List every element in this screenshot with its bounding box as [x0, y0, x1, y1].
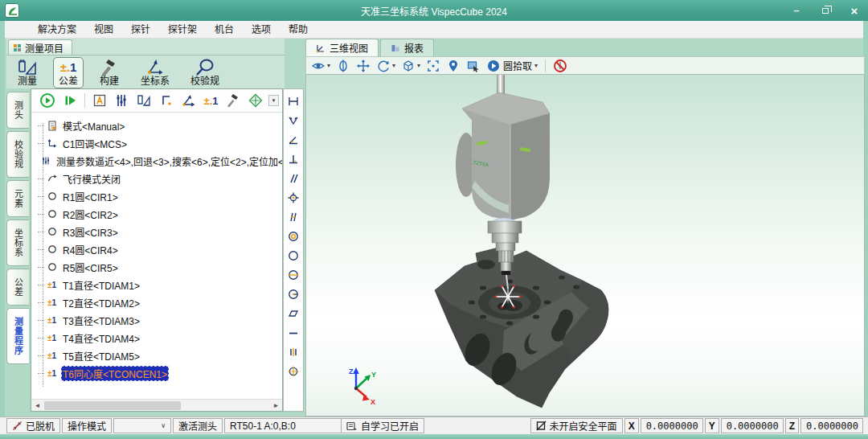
measure-project-label: 测量项目	[25, 41, 63, 55]
perpendicularity-icon[interactable]	[287, 152, 301, 166]
visibility-button[interactable]	[311, 59, 330, 73]
tree-item-measure-params[interactable]: 测量参数逼近<4>,回退<3>,搜索<6>,定位<2>,定位加<2>,测	[31, 152, 282, 170]
step-run-button[interactable]	[60, 91, 80, 110]
tab-probe[interactable]: 测头	[6, 92, 29, 129]
active-probe-select[interactable]: RT50-1 A:0,B:0	[224, 418, 351, 433]
diameter-icon[interactable]	[287, 268, 301, 281]
menu-options[interactable]: 选项	[243, 21, 280, 39]
coordinate-button[interactable]	[179, 91, 199, 110]
tolerance-tool-button[interactable]: 公差	[53, 57, 84, 88]
z-coordinate-value: 0.0000000	[800, 418, 863, 433]
tree-item-tdiam2[interactable]: T2直径<TDIAM2>	[31, 293, 282, 311]
scroll-right-arrow[interactable]: ►	[270, 400, 282, 411]
scroll-left-arrow[interactable]: ◄	[31, 400, 43, 411]
run-button[interactable]	[38, 91, 57, 110]
measure-program-panel: 模式<Manual> C1回调<MCS> 测量参数逼近<4>,回退<3>,搜索<…	[31, 88, 283, 412]
tolerance-icon-strip	[283, 88, 304, 412]
coordinate-tool-button[interactable]: 坐标系	[135, 57, 175, 88]
corner-button[interactable]	[157, 91, 176, 110]
angle-icon[interactable]	[287, 133, 301, 146]
parallelism-icon[interactable]	[287, 171, 301, 185]
angularity-icon[interactable]	[287, 113, 301, 127]
tab-3d-view[interactable]: 三维视图	[305, 39, 379, 56]
construct-tool-button[interactable]: 构建	[93, 57, 125, 88]
tree-item-tdiam5[interactable]: T5直径<TDIAM5>	[31, 347, 282, 364]
safety-plane-label: 未开启安全平面	[550, 419, 617, 433]
main-toolbar: 测量 公差 构建 坐标系 校验规	[11, 57, 225, 88]
menu-help[interactable]: 帮助	[280, 21, 317, 39]
symmetry-slant-icon[interactable]	[287, 210, 301, 224]
menu-solution[interactable]: 解决方案	[29, 21, 85, 39]
tree-item-tdiam3[interactable]: T3直径<TDIAM3>	[31, 311, 282, 329]
measure-project-panel-header: 测量项目 测量 公差 构建	[6, 39, 285, 88]
circle-icon	[46, 244, 58, 255]
tolerance-icon	[46, 279, 58, 290]
hammer-icon	[99, 59, 120, 76]
distance-icon[interactable]	[287, 94, 301, 108]
tab-measure-project[interactable]: 测量项目	[8, 39, 72, 55]
menu-machine[interactable]: 机台	[206, 21, 243, 39]
tab-tolerance[interactable]: 公差	[6, 269, 29, 306]
tree-item-circle-r5[interactable]: R5圆<CIR5>	[31, 258, 282, 276]
menu-view[interactable]: 视图	[85, 21, 122, 39]
rotate-view-button[interactable]	[376, 59, 395, 73]
recall-axes-icon	[46, 137, 58, 149]
tab-report[interactable]: 报表	[380, 39, 434, 56]
tab-gauge[interactable]: 校验规	[6, 131, 29, 178]
menu-probe-rack[interactable]: 探针架	[159, 21, 206, 39]
3d-scene[interactable]: TZTEK	[306, 75, 864, 415]
window-select-button[interactable]	[466, 59, 481, 73]
gauge-tool-label: 校验规	[190, 76, 219, 87]
pan-button[interactable]	[356, 59, 371, 73]
tolerance-button[interactable]	[202, 91, 221, 110]
concentricity-icon[interactable]	[287, 229, 301, 243]
tree-item-tconcen1-selected[interactable]: T6同心度<TCONCEN1>	[31, 364, 282, 382]
scrollbar-thumb[interactable]	[44, 401, 181, 410]
horizontal-scrollbar[interactable]: ◄ ►	[31, 399, 282, 411]
viewport-3d[interactable]: TZTEK	[305, 75, 865, 416]
auto-label-button[interactable]	[90, 91, 109, 110]
self-learn-status[interactable]: 自学习已开启	[341, 418, 424, 433]
plane-button[interactable]	[246, 91, 265, 110]
tree-item-recall[interactable]: C1回调<MCS>	[31, 134, 282, 152]
app-logo-icon	[5, 3, 19, 18]
tree-item-fly-mode[interactable]: 飞行模式关闭	[31, 170, 282, 187]
tree-item-tdiam4[interactable]: T4直径<TDIAM4>	[31, 329, 282, 347]
radius-icon[interactable]	[287, 287, 301, 301]
probe-stop-button[interactable]	[553, 59, 567, 73]
measure-button[interactable]	[134, 91, 154, 110]
tree-item-circle-r3[interactable]: R3圆<CIR3>	[31, 223, 282, 240]
measure-tool-button[interactable]: 测量	[11, 57, 43, 88]
zoom-fit-button[interactable]	[426, 59, 440, 73]
tree-item-circle-r2[interactable]: R2圆<CIR2>	[31, 205, 282, 223]
tab-measure-program[interactable]: 测量程序	[6, 308, 29, 364]
tree-item-tdiam1[interactable]: T1直径<TDIAM1>	[31, 276, 282, 293]
tree-item-circle-r1[interactable]: R1圆<CIR1>	[31, 187, 282, 205]
minimize-button[interactable]	[791, 5, 802, 16]
workpiece[interactable]	[435, 248, 608, 408]
tab-elements[interactable]: 元素	[6, 180, 29, 217]
toolbar-overflow-button[interactable]	[268, 95, 279, 106]
tab-coordinate-system[interactable]: 坐标系	[6, 220, 29, 266]
gauge-tool-button[interactable]: 校验规	[185, 57, 225, 88]
straightness-icon[interactable]	[287, 326, 301, 339]
flatness-icon[interactable]	[287, 306, 301, 320]
measure-params-button[interactable]	[112, 91, 131, 110]
orbit-button[interactable]	[336, 59, 350, 73]
symmetry-icon[interactable]	[287, 345, 301, 359]
circle-pick-button[interactable]: 圆拾取	[486, 59, 538, 73]
safety-plane-status[interactable]: 未开启安全平面	[530, 418, 623, 433]
roundness-icon[interactable]	[287, 248, 301, 262]
locate-button[interactable]	[446, 59, 461, 73]
view-cube-button[interactable]	[401, 59, 420, 73]
close-button[interactable]	[849, 5, 860, 16]
menu-probe[interactable]: 探针	[122, 21, 159, 39]
tree-item-mode[interactable]: 模式<Manual>	[31, 117, 282, 134]
position-point-icon[interactable]	[287, 191, 301, 204]
op-mode-select[interactable]	[113, 418, 171, 433]
cube-icon	[401, 59, 416, 73]
construct-button[interactable]	[223, 91, 243, 110]
tree-item-circle-r4[interactable]: R4圆<CIR4>	[31, 240, 282, 258]
restore-button[interactable]	[820, 5, 831, 16]
position-icon[interactable]	[287, 364, 301, 378]
